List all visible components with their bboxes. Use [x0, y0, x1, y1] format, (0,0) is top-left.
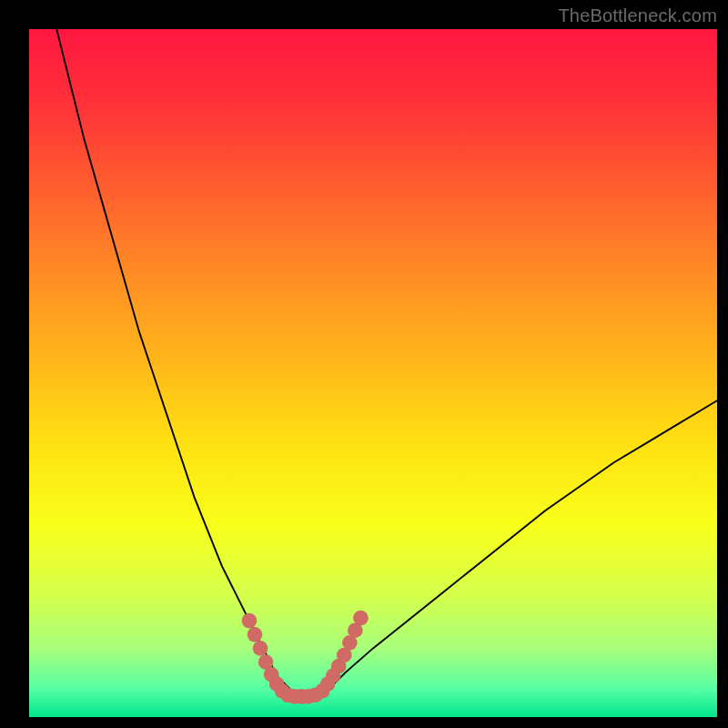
trough-marker — [248, 627, 263, 642]
trough-marker — [353, 611, 369, 626]
trough-marker — [242, 613, 258, 629]
plot-area — [29, 29, 717, 717]
curve-layer — [29, 29, 717, 717]
chart-frame: TheBottleneck.com — [0, 0, 728, 728]
watermark-text: TheBottleneck.com — [558, 5, 717, 26]
bottleneck-curve — [56, 29, 717, 696]
trough-markers — [242, 611, 369, 704]
trough-marker — [253, 641, 268, 656]
